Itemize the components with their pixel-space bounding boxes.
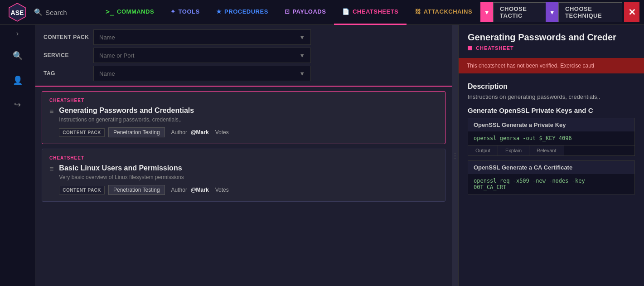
tab-commands-label: COMMANDS — [117, 8, 154, 15]
tactic-technique-selectors: ▼ CHOOSE TACTIC ▼ CHOOSE TECHNIQUE ✕ — [480, 2, 639, 22]
filter-row-tag: TAG Name ▼ — [44, 66, 444, 81]
content-pack-select[interactable]: Name ▼ — [93, 29, 311, 45]
search-icon: 🔍 — [34, 8, 43, 16]
cmd-block-2: OpenSSL Generate a CA Certificate openss… — [468, 160, 635, 194]
tag-placeholder: Name — [99, 70, 115, 77]
card-2-votes-label: Votes — [215, 187, 229, 193]
tab-commands[interactable]: >_ COMMANDS — [97, 0, 162, 25]
right-panel-title: Generating Passwords and Creder — [468, 32, 635, 43]
card-1-description: Instructions on generating passwords, cr… — [59, 116, 228, 123]
choose-tactic-label: CHOOSE TACTIC — [500, 5, 539, 19]
tactic-chevron: ▼ — [480, 2, 493, 22]
badge-dot — [468, 46, 472, 50]
service-filter-label: SERVICE — [44, 52, 93, 58]
card-1-type-label: CHEATSHEET — [49, 98, 438, 103]
choose-technique-label: CHOOSE TECHNIQUE — [565, 5, 615, 19]
procedures-icon: ★ — [216, 8, 222, 15]
cmd-block-2-code: openssl req -x509 -new -nodes -key 00T_C… — [468, 174, 634, 194]
cmd-block-1-header: OpenSSL Generate a Private Key — [468, 118, 634, 131]
top-nav: ASE 🔍 Search >_ COMMANDS ✦ TOOLS ★ PROCE… — [0, 0, 644, 25]
sidebar-user-icon[interactable]: 👤 — [10, 72, 26, 88]
right-panel: Generating Passwords and Creder CHEATSHE… — [458, 25, 644, 286]
tag-select[interactable]: Name ▼ — [93, 66, 311, 81]
hamburger-icon-1: ≡ — [49, 107, 53, 116]
content-pack-filter-label: CONTENT PACK — [44, 34, 93, 40]
tab-procedures[interactable]: ★ PROCEDURES — [208, 0, 276, 25]
cards-list: CHEATSHEET ≡ Generating Passwords and Cr… — [35, 87, 452, 286]
sidebar: › 🔍 👤 ↪ — [0, 25, 35, 286]
description-text: Instructions on generating passwords, cr… — [468, 93, 635, 100]
card-2-header: ≡ Basic Linux Users and Permissions Very… — [49, 164, 438, 195]
tab-attackchains-label: ATTACKCHAINS — [424, 8, 472, 15]
card-1-title: Generating Passwords and Credentials — [59, 107, 228, 115]
cheatsheets-icon: 📄 — [342, 8, 350, 15]
description-title: Description — [468, 82, 635, 91]
content-pack-placeholder: Name — [99, 34, 115, 41]
cmd-action-relevant[interactable]: Relevant — [529, 145, 563, 155]
card-2-content-pack-label: CONTENT PACK — [59, 186, 105, 194]
tag-filter-label: TAG — [44, 70, 93, 77]
right-panel-badge: CHEATSHEET — [468, 45, 635, 51]
right-panel-header: Generating Passwords and Creder CHEATSHE… — [459, 25, 644, 55]
card-2[interactable]: CHEATSHEET ≡ Basic Linux Users and Permi… — [42, 149, 445, 202]
content-pack-chevron-icon: ▼ — [299, 34, 305, 41]
service-select[interactable]: Name or Port ▼ — [93, 48, 311, 63]
service-chevron-icon: ▼ — [299, 52, 305, 59]
sidebar-search-icon[interactable]: 🔍 — [10, 48, 26, 64]
warning-text: This cheatsheet has not been verified. E… — [467, 63, 594, 69]
tools-icon: ✦ — [170, 8, 176, 15]
card-1[interactable]: CHEATSHEET ≡ Generating Passwords and Cr… — [42, 91, 445, 144]
tab-payloads[interactable]: ⊡ PAYLOADS — [276, 0, 334, 25]
card-1-meta: CONTENT PACK Penetration Testing Author … — [59, 127, 228, 137]
search-box[interactable]: 🔍 Search — [34, 8, 93, 16]
card-2-author-label: Author — [171, 187, 187, 193]
close-button[interactable]: ✕ — [624, 2, 639, 22]
card-1-content: Generating Passwords and Credentials Ins… — [59, 107, 228, 137]
sidebar-toggle[interactable]: › — [16, 29, 19, 38]
sidebar-navigation-icon[interactable]: ↪ — [10, 97, 26, 113]
panel-drag-handle[interactable]: ⋮ — [452, 25, 458, 286]
service-placeholder: Name or Port — [99, 52, 134, 59]
card-1-votes-label: Votes — [215, 129, 229, 136]
card-2-content: Basic Linux Users and Permissions Very b… — [59, 164, 228, 195]
warning-box: This cheatsheet has not been verified. E… — [459, 58, 644, 73]
tag-chevron-icon: ▼ — [299, 70, 305, 77]
card-1-content-pack-label: CONTENT PACK — [59, 128, 105, 137]
cmd-block-1-code: openssl genrsa -out $_KEY 4096 — [468, 131, 634, 145]
right-panel-description-section: Description Instructions on generating p… — [459, 76, 644, 205]
card-1-author-value: @Mark — [191, 129, 209, 136]
filter-row-content-pack: CONTENT PACK Name ▼ — [44, 29, 444, 45]
card-2-content-pack-value: Penetration Testing — [108, 185, 165, 195]
nav-tabs: >_ COMMANDS ✦ TOOLS ★ PROCEDURES ⊡ PAYLO… — [97, 0, 480, 25]
technique-chevron: ▼ — [546, 2, 558, 22]
center-panel: CONTENT PACK Name ▼ SERVICE Name or Port… — [35, 25, 452, 286]
cmd-block-1: OpenSSL Generate a Private Key openssl g… — [468, 118, 635, 156]
choose-technique-dropdown[interactable]: CHOOSE TECHNIQUE — [558, 2, 622, 22]
payloads-icon: ⊡ — [285, 8, 290, 15]
card-2-title: Basic Linux Users and Permissions — [59, 164, 228, 172]
card-2-author-value: @Mark — [191, 187, 209, 193]
tab-tools[interactable]: ✦ TOOLS — [162, 0, 208, 25]
choose-tactic-dropdown[interactable]: CHOOSE TACTIC — [493, 2, 546, 22]
hamburger-icon-2: ≡ — [49, 165, 53, 173]
app-logo: ASE — [5, 1, 29, 24]
drag-handle-icon: ⋮ — [451, 151, 459, 160]
tab-attackchains[interactable]: ⛓ ATTACKCHAINS — [407, 0, 480, 25]
cmd-block-1-actions: Output Explain Relevant — [468, 145, 634, 155]
card-1-author-label: Author — [171, 129, 187, 136]
filter-bar: CONTENT PACK Name ▼ SERVICE Name or Port… — [35, 25, 452, 87]
filter-row-service: SERVICE Name or Port ▼ — [44, 48, 444, 63]
main-area: › 🔍 👤 ↪ CONTENT PACK Name ▼ SERVICE Name… — [0, 25, 644, 286]
card-2-description: Very basic overview of Linux filesystem … — [59, 174, 228, 180]
cmd-section-title: Generate OpenSSL Private Keys and C — [468, 107, 635, 114]
attackchains-icon: ⛓ — [415, 8, 421, 15]
cmd-action-output[interactable]: Output — [468, 145, 498, 155]
commands-icon: >_ — [106, 8, 114, 16]
tab-cheatsheets[interactable]: 📄 CHEATSHEETS — [334, 0, 407, 25]
svg-text:ASE: ASE — [10, 9, 24, 16]
cmd-action-explain[interactable]: Explain — [498, 145, 529, 155]
card-2-meta: CONTENT PACK Penetration Testing Author … — [59, 185, 228, 195]
card-1-header: ≡ Generating Passwords and Credentials I… — [49, 107, 438, 137]
tab-procedures-label: PROCEDURES — [224, 8, 268, 15]
search-label: Search — [45, 9, 67, 16]
